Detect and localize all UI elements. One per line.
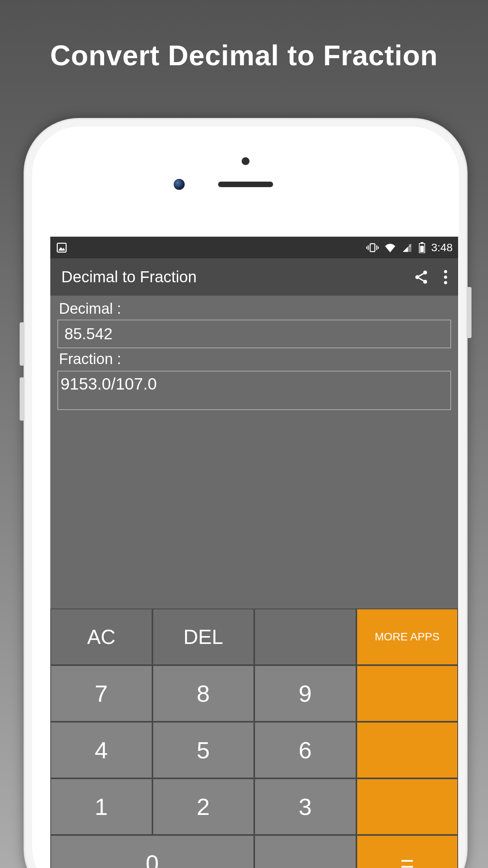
phone-volume-down [20,377,24,421]
svg-rect-12 [420,246,424,252]
key-1[interactable]: 1 [51,779,152,834]
key-op-row1[interactable] [357,666,458,721]
key-op-row3[interactable] [357,779,458,834]
key-5[interactable]: 5 [153,723,254,778]
key-equals[interactable]: = [357,836,458,868]
phone-speaker [218,182,273,187]
decimal-label: Decimal : [57,298,451,320]
phone-camera [174,179,185,190]
key-6[interactable]: 6 [255,723,356,778]
picture-icon [56,242,68,254]
svg-point-14 [415,275,419,279]
fraction-output: 9153.0/107.0 [57,371,451,410]
wifi-icon [384,243,396,252]
fraction-label: Fraction : [57,348,451,370]
key-8[interactable]: 8 [153,666,254,721]
phone-bezel: x 3:48 Decimal to Fraction Decimal : 85.… [32,127,459,868]
phone-sensor [242,157,250,165]
svg-rect-0 [57,243,66,252]
more-menu-icon[interactable] [444,270,447,284]
content-area: Decimal : 85.542 Fraction : 9153.0/107.0 [50,296,458,609]
phone-frame: x 3:48 Decimal to Fraction Decimal : 85.… [24,118,468,868]
key-0[interactable]: 0 [51,836,253,868]
app-title: Decimal to Fraction [61,268,197,286]
key-more-apps[interactable]: MORE APPS [357,609,458,664]
key-4[interactable]: 4 [51,723,152,778]
app-screen: x 3:48 Decimal to Fraction Decimal : 85.… [50,237,458,868]
key-dot[interactable]: . [255,836,356,868]
vibrate-icon [366,242,379,253]
key-del[interactable]: DEL [153,609,254,664]
status-time: 3:48 [431,241,453,254]
key-7[interactable]: 7 [51,666,152,721]
svg-text:x: x [409,243,411,248]
svg-point-15 [423,280,427,283]
app-bar: Decimal to Fraction [50,258,458,296]
svg-line-17 [419,278,424,281]
phone-power-button [467,287,471,338]
key-3[interactable]: 3 [255,779,356,834]
decimal-input[interactable]: 85.542 [57,320,451,348]
key-9[interactable]: 9 [255,666,356,721]
key-blank [255,609,356,664]
share-icon[interactable] [413,269,429,285]
svg-point-13 [423,270,427,274]
svg-rect-2 [370,244,375,252]
key-2[interactable]: 2 [153,779,254,834]
battery-icon [418,242,426,253]
key-op-row2[interactable] [357,723,458,778]
svg-line-16 [419,273,424,276]
svg-marker-1 [58,247,65,250]
svg-marker-8 [403,246,408,252]
promo-title: Convert Decimal to Fraction [0,0,488,72]
status-bar: x 3:48 [50,237,458,258]
signal-icon: x [402,243,413,253]
keypad: AC DEL MORE APPS 7 8 9 4 5 6 1 2 3 0 . = [50,609,458,868]
key-ac[interactable]: AC [51,609,152,664]
phone-volume-up [20,322,24,366]
